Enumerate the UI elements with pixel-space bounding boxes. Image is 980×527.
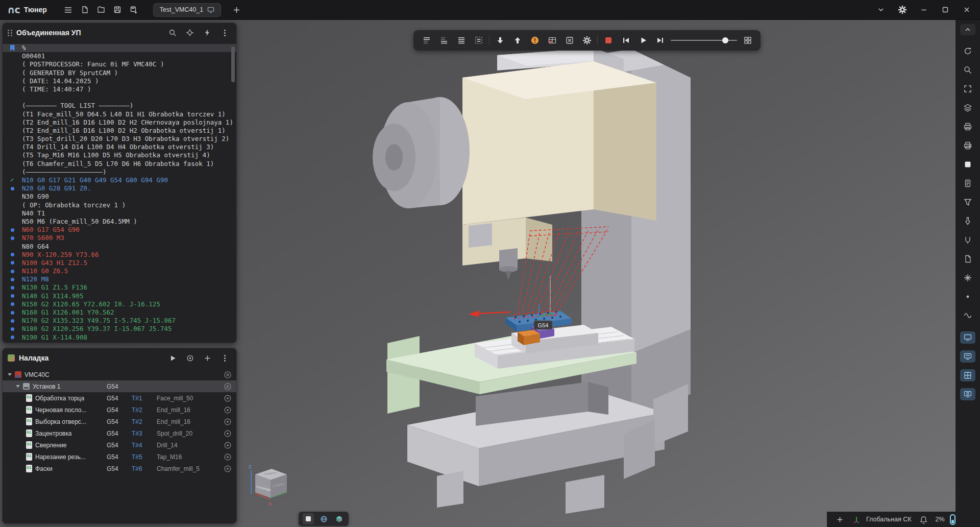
go-to-end-button[interactable]	[653, 34, 667, 47]
breakpoint-gutter[interactable]	[3, 308, 22, 317]
breakpoint-gutter[interactable]	[3, 234, 22, 242]
code-line[interactable]: N110 G0 Z6.5	[3, 267, 236, 275]
close-button[interactable]	[959, 3, 975, 17]
setup-tree-row[interactable]: VMC40C	[3, 369, 236, 380]
stop-button[interactable]	[601, 34, 615, 47]
code-line[interactable]: N140 G1 X114.905	[3, 292, 236, 300]
row-menu-icon[interactable]	[223, 370, 232, 379]
setup-tree-row[interactable]: Черновая посло...G54T#2End_mill_16	[3, 404, 236, 416]
new-file-button[interactable]	[77, 3, 93, 17]
tool-visibility-button[interactable]	[960, 215, 975, 227]
breakpoint-gutter[interactable]: ✓	[3, 176, 22, 184]
sim-screen-button[interactable]	[960, 331, 975, 344]
save-button[interactable]	[109, 3, 126, 17]
breakpoint-dot-icon[interactable]	[11, 319, 14, 323]
code-line[interactable]: ( POSTPROCESSOR: Fanuc 0i MF VMC40C )	[3, 60, 236, 68]
breakpoint-gutter[interactable]	[3, 151, 22, 159]
breakpoint-gutter[interactable]	[3, 267, 22, 275]
breakpoint-dot-icon[interactable]	[11, 302, 14, 306]
breakpoint-gutter[interactable]	[3, 226, 22, 234]
sparks-button[interactable]	[960, 272, 975, 284]
breakpoint-dot-icon[interactable]	[11, 236, 14, 240]
breakpoint-gutter[interactable]	[3, 118, 22, 127]
sim-screen-3-button[interactable]	[960, 388, 975, 400]
setup-tree-row[interactable]: Нарезание резь...G54T#5Tap_M16	[3, 451, 236, 463]
code-line[interactable]: (T4 Drill_14 D14 L100 D4 H4 Obrabotka ot…	[3, 143, 236, 151]
open-file-button[interactable]	[93, 3, 109, 17]
minimize-button[interactable]	[916, 3, 932, 17]
locate-line-button[interactable]	[183, 26, 197, 39]
breakpoint-dot-icon[interactable]	[11, 311, 14, 315]
code-line[interactable]: N70 S600 M3	[3, 234, 236, 242]
breakpoint-gutter[interactable]	[3, 283, 22, 292]
code-line[interactable]: ( DATE: 14.04.2025 )	[3, 77, 236, 85]
code-line[interactable]: N60 G17 G54 G90	[3, 226, 236, 234]
settings-gear-button[interactable]	[894, 3, 911, 17]
code-line[interactable]: N150 G2 X120.65 Y72.602 I0. J-16.125	[3, 300, 236, 308]
code-line[interactable]: N30 G90	[3, 193, 236, 201]
row-target-icon[interactable]	[223, 417, 232, 426]
holder-visibility-button[interactable]	[960, 234, 975, 246]
add-setup-item-button[interactable]	[201, 351, 214, 365]
checks-button[interactable]	[562, 34, 576, 47]
gcode-scrollbar[interactable]	[231, 46, 235, 82]
code-line[interactable]	[3, 93, 236, 102]
breakpoint-gutter[interactable]	[3, 259, 22, 267]
follow-mode-button[interactable]	[201, 26, 214, 39]
breakpoint-gutter[interactable]	[3, 184, 22, 193]
drag-handle-icon[interactable]	[8, 30, 12, 36]
breakpoint-gutter[interactable]	[3, 69, 22, 77]
layers-button[interactable]	[960, 102, 975, 114]
maximize-button[interactable]	[937, 3, 953, 17]
breakpoint-gutter[interactable]	[3, 135, 22, 143]
row-target-icon[interactable]	[223, 464, 232, 473]
point-marker-button[interactable]	[960, 291, 975, 303]
code-line[interactable]: (T2 End_mill_16 D16 L100 D2 H2 Obrabotka…	[3, 127, 236, 135]
setup-tree-row[interactable]: СверлениеG54T#4Drill_14	[3, 439, 236, 451]
breakpoint-dot-icon[interactable]	[11, 294, 14, 298]
setup-tree-row[interactable]: Установ 1G54	[3, 380, 236, 392]
breakpoint-gutter[interactable]	[3, 218, 22, 226]
setup-panel-menu-button[interactable]	[218, 351, 231, 365]
code-line[interactable]: (T5 Tap_M16 M16 L100 D5 H5 Obrabotka otv…	[3, 151, 236, 159]
code-line[interactable]: N80 G64	[3, 243, 236, 251]
breakpoint-gutter[interactable]	[3, 77, 22, 85]
breakpoint-dot-icon[interactable]	[11, 187, 14, 190]
chevron-down-icon[interactable]	[8, 373, 12, 376]
code-line[interactable]: N40 T1	[3, 209, 236, 218]
active-cs-label[interactable]: Глобальная СК	[866, 516, 912, 523]
breakpoint-gutter[interactable]	[3, 168, 22, 176]
go-to-start-button[interactable]	[619, 34, 632, 47]
save-as-button[interactable]	[126, 3, 142, 17]
breakpoint-dot-icon[interactable]	[11, 253, 14, 256]
search-button[interactable]	[166, 26, 179, 39]
sim-screen-2-button[interactable]	[960, 350, 975, 363]
code-line[interactable]: N90 X-120.259 Y73.66	[3, 251, 236, 259]
globe-view-button[interactable]	[318, 513, 329, 524]
breakpoint-dot-icon[interactable]	[11, 261, 14, 265]
breakpoint-gutter[interactable]	[3, 333, 22, 342]
bookmark-icon[interactable]	[10, 45, 15, 51]
breakpoint-dot-icon[interactable]	[11, 336, 14, 339]
run-setup-button[interactable]	[166, 351, 179, 365]
code-line[interactable]: ( GENERATED BY SprutCAM )	[3, 69, 236, 77]
zoom-fit-button[interactable]	[960, 83, 975, 95]
new-tab-button[interactable]	[228, 3, 244, 17]
breakpoint-gutter[interactable]	[3, 44, 22, 52]
code-line[interactable]: N130 G1 Z1.5 F136	[3, 283, 236, 292]
code-line[interactable]: (———————— TOOL LIST ————————)	[3, 102, 236, 110]
collapse-panel-button[interactable]	[960, 24, 975, 35]
gcode-listing[interactable]: %O00401( POSTPROCESSOR: Fanuc 0i MF VMC4…	[3, 42, 236, 343]
breakpoint-gutter[interactable]	[3, 52, 22, 60]
step-down-button[interactable]	[493, 34, 507, 47]
stock-visibility-button[interactable]	[960, 139, 975, 152]
breakpoint-gutter[interactable]	[3, 110, 22, 118]
setup-tree-row[interactable]: ЗацентровкаG54T#3Spot_drill_20	[3, 427, 236, 439]
run-to-last-line-button[interactable]	[437, 34, 451, 47]
setup-tree-row[interactable]: Обработка торцаG54T#1Face_mill_50	[3, 392, 236, 404]
warnings-button[interactable]	[528, 34, 542, 47]
record-position-button[interactable]	[183, 351, 197, 365]
row-target-icon[interactable]	[223, 452, 232, 462]
row-target-icon[interactable]	[223, 441, 232, 450]
breakpoint-gutter[interactable]	[3, 127, 22, 135]
